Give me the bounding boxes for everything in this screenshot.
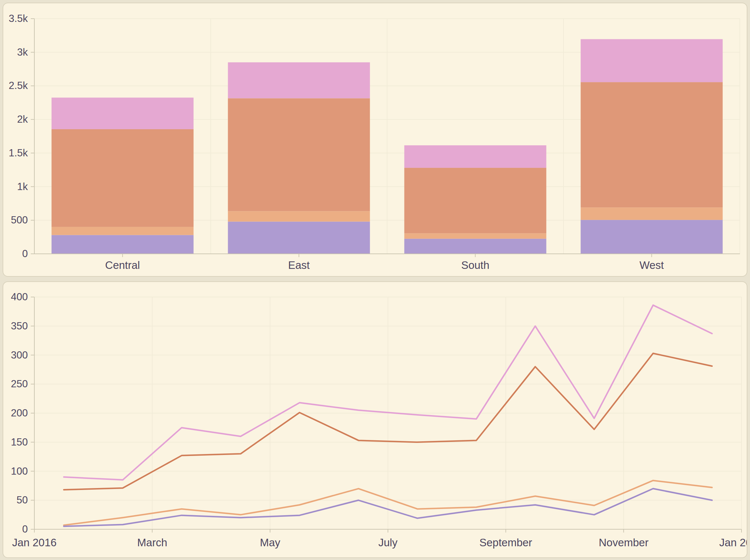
dashboard-page: { "page": { "background_color": "#e9e3d0… [0, 0, 750, 560]
bar-segment-pink-central[interactable] [52, 98, 194, 129]
bar-segment-purple-east[interactable] [228, 221, 370, 254]
bar-segment-peach-central[interactable] [52, 227, 194, 235]
x-tick-label: May [260, 537, 280, 548]
category-label: Central [105, 259, 140, 271]
bar-segment-peach-south[interactable] [404, 233, 547, 238]
bar-segment-peach-west[interactable] [581, 207, 723, 220]
y-tick-label: 3k [17, 46, 28, 58]
bar-segment-pink-south[interactable] [404, 145, 547, 168]
x-tick-label: Jan 2016 [12, 537, 57, 548]
bar-segment-salmon-east[interactable] [228, 98, 370, 211]
line-axes: 050100150200250300350400Jan 2016MarchMay… [11, 291, 747, 548]
y-tick-label: 200 [11, 407, 28, 419]
y-tick-label: 3.5k [8, 13, 28, 24]
y-tick-label: 250 [11, 378, 28, 389]
x-tick-label: July [378, 537, 398, 548]
y-tick-label: 1.5k [8, 147, 28, 159]
x-tick-label: September [479, 537, 532, 548]
y-tick-label: 50 [17, 494, 28, 506]
y-tick-label: 0 [22, 523, 28, 535]
line-chart[interactable]: 050100150200250300350400Jan 2016MarchMay… [3, 282, 747, 557]
bar-segment-salmon-west[interactable] [581, 82, 723, 207]
y-tick-label: 2.5k [8, 80, 28, 91]
x-tick-label: Jan 2017 [719, 537, 747, 548]
stacked-bar-chart-panel: 05001k1.5k2k2.5k3k3.5kCentralEastSouthWe… [3, 3, 747, 277]
bar-segment-purple-south[interactable] [404, 239, 547, 254]
bar-segment-pink-east[interactable] [228, 62, 370, 98]
category-label: East [288, 259, 310, 271]
category-label: West [639, 259, 664, 271]
y-tick-label: 1k [17, 181, 28, 192]
y-tick-label: 300 [11, 349, 28, 361]
y-tick-label: 2k [17, 114, 28, 125]
bar-segment-salmon-central[interactable] [52, 129, 194, 227]
x-tick-label: November [599, 537, 649, 548]
bar-segment-purple-west[interactable] [581, 220, 723, 254]
stacked-bar-chart[interactable]: 05001k1.5k2k2.5k3k3.5kCentralEastSouthWe… [3, 3, 747, 276]
line-chart-panel: 050100150200250300350400Jan 2016MarchMay… [3, 281, 747, 558]
category-label: South [461, 259, 489, 271]
x-tick-label: March [137, 537, 167, 548]
y-tick-label: 100 [11, 465, 28, 477]
y-tick-label: 350 [11, 320, 28, 332]
y-tick-label: 500 [11, 214, 28, 226]
bar-segment-peach-east[interactable] [228, 211, 370, 222]
y-tick-label: 0 [22, 248, 28, 259]
y-tick-label: 400 [11, 291, 28, 303]
bar-segment-salmon-south[interactable] [404, 168, 547, 233]
y-tick-label: 150 [11, 436, 28, 448]
bar-segment-pink-west[interactable] [581, 39, 723, 82]
bar-segment-purple-central[interactable] [52, 235, 194, 254]
